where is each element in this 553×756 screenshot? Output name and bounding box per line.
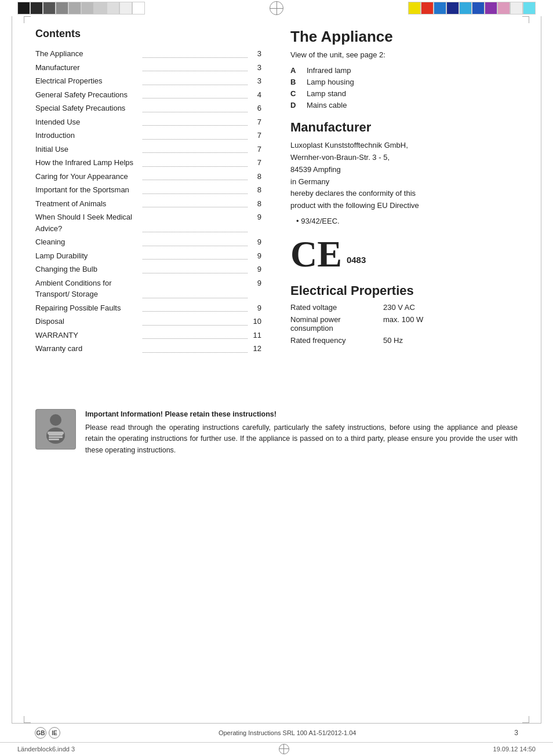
toc-item: Warranty card 12: [35, 343, 261, 355]
elec-value: 230 V AC: [383, 303, 518, 312]
toc-dots: [143, 316, 248, 326]
info-box: Important Information! Please retain the…: [35, 409, 518, 456]
swatch-left: [30, 2, 43, 14]
toc-item: Initial Use 7: [35, 144, 261, 155]
toc-page: 7: [250, 144, 261, 155]
electrical-table: Rated voltage 230 V AC Nominal power con…: [290, 303, 518, 345]
bottom-bar-filename: Länderblock6.indd 3: [17, 746, 75, 753]
flag-ie: IE: [49, 727, 60, 739]
toc-dots: [143, 75, 248, 85]
ce-number: 0483: [347, 255, 366, 265]
swatch-right: [434, 2, 446, 14]
swatches-right: [310, 0, 553, 16]
toc-item: Caring for Your Appearance 8: [35, 171, 261, 182]
elec-label: Rated frequency: [290, 336, 383, 345]
toc-label: Caring for Your Appearance: [35, 171, 140, 182]
toc-item: Introduction 7: [35, 130, 261, 141]
toc-dots: [143, 250, 248, 260]
toc-label: The Appliance: [35, 48, 140, 60]
toc-item: Changing the Bulb 9: [35, 264, 261, 275]
toc-label: Disposal: [35, 316, 140, 327]
electrical-title: Electrical Properties: [290, 283, 518, 298]
appliance-letter: B: [290, 78, 300, 86]
toc-label: Cleaning: [35, 236, 140, 248]
toc-item: How the Infrared Lamp Helps 7: [35, 157, 261, 169]
swatch-left: [94, 2, 107, 14]
top-crosshair: [243, 0, 310, 16]
toc-label: Lamp Durability: [35, 250, 140, 262]
toc-item: Repairing Possible Faults 9: [35, 302, 261, 314]
appliance-item-text: Infrared lamp: [307, 66, 351, 75]
swatch-right: [472, 2, 485, 14]
appliance-letter: D: [290, 101, 300, 109]
toc-dots: [143, 343, 248, 353]
page-content: Contents The Appliance 3 Manufacturer 3 …: [12, 16, 541, 392]
swatch-right: [485, 2, 497, 14]
toc-label: Initial Use: [35, 144, 140, 155]
appliance-list-item: CLamp stand: [290, 89, 518, 98]
appliance-list: AInfrared lampBLamp housingCLamp standDM…: [290, 66, 518, 109]
toc-dots: [143, 103, 248, 112]
appliance-item-text: Lamp stand: [307, 89, 346, 98]
info-icon-container: [35, 409, 76, 450]
toc-item: Important for the Sportsman 8: [35, 184, 261, 196]
manufacturer-address-text: Luxoplast Kunststofftechnik GmbH,Wernher…: [290, 140, 518, 212]
appliance-item-text: Mains cable: [307, 101, 347, 109]
toc-item: General Safety Precautions 4: [35, 89, 261, 101]
swatch-right: [510, 2, 523, 14]
appliance-list-item: DMains cable: [290, 101, 518, 109]
toc-page: 9: [250, 264, 261, 275]
info-text-container: Important Information! Please retain the…: [85, 409, 518, 456]
swatch-left: [119, 2, 132, 14]
swatch-right: [446, 2, 459, 14]
appliance-title: The Appliance: [290, 28, 518, 46]
bottom-crosshair-icon: [279, 744, 289, 754]
appliance-section: The Appliance View of the unit, see page…: [290, 28, 518, 109]
toc-item: Special Safety Precautions 6: [35, 103, 261, 114]
swatches-left: [0, 0, 243, 16]
toc-label: Treatment of Animals: [35, 198, 140, 210]
svg-rect-5: [49, 436, 63, 438]
elec-label: Rated voltage: [290, 303, 383, 312]
toc-dots: [143, 62, 248, 72]
toc-label: General Safety Precautions: [35, 89, 140, 101]
swatch-left: [81, 2, 94, 14]
toc-dots: [143, 211, 248, 232]
toc-dots: [143, 48, 248, 58]
swatch-left: [107, 2, 119, 14]
toc-page: 10: [250, 316, 261, 327]
toc-dots: [143, 330, 248, 339]
swatch-left: [43, 2, 56, 14]
elec-row: Rated voltage 230 V AC: [290, 303, 518, 312]
appliance-list-item: AInfrared lamp: [290, 66, 518, 75]
toc-item: Treatment of Animals 8: [35, 198, 261, 210]
manufacturer-section: Manufacturer Luxoplast Kunststofftechnik…: [290, 120, 518, 225]
elec-value: max. 100 W: [383, 315, 518, 333]
toc-item: The Appliance 3: [35, 48, 261, 60]
right-column: The Appliance View of the unit, see page…: [279, 28, 518, 357]
ce-section: CE 0483: [290, 236, 518, 273]
swatch-right: [523, 2, 536, 14]
toc-page: 3: [250, 48, 261, 60]
page-outer: Contents The Appliance 3 Manufacturer 3 …: [12, 16, 541, 723]
toc-item: When Should I Seek Medical Advice? 9: [35, 211, 261, 234]
toc-label: How the Infrared Lamp Helps: [35, 157, 140, 169]
swatch-right: [497, 2, 510, 14]
toc-dots: [143, 184, 248, 194]
swatch-right: [408, 2, 421, 14]
toc-label: Special Safety Precautions: [35, 103, 140, 114]
ce-mark: CE: [290, 236, 342, 273]
toc-label: Electrical Properties: [35, 75, 140, 87]
elec-label: Nominal power consumption: [290, 315, 383, 333]
swatch-left: [132, 2, 145, 14]
swatch-right: [421, 2, 434, 14]
corner-tr: [522, 16, 529, 23]
toc-item: WARRANTY 11: [35, 330, 261, 341]
svg-rect-4: [49, 434, 63, 436]
toc-label: Introduction: [35, 130, 140, 141]
toc-item: Ambient Conditions for Transport/ Storag…: [35, 277, 261, 300]
manufacturer-address: Luxoplast Kunststofftechnik GmbH,Wernher…: [290, 140, 518, 212]
toc-label: WARRANTY: [35, 330, 140, 341]
toc-dots: [143, 116, 248, 126]
swatch-left: [68, 2, 81, 14]
